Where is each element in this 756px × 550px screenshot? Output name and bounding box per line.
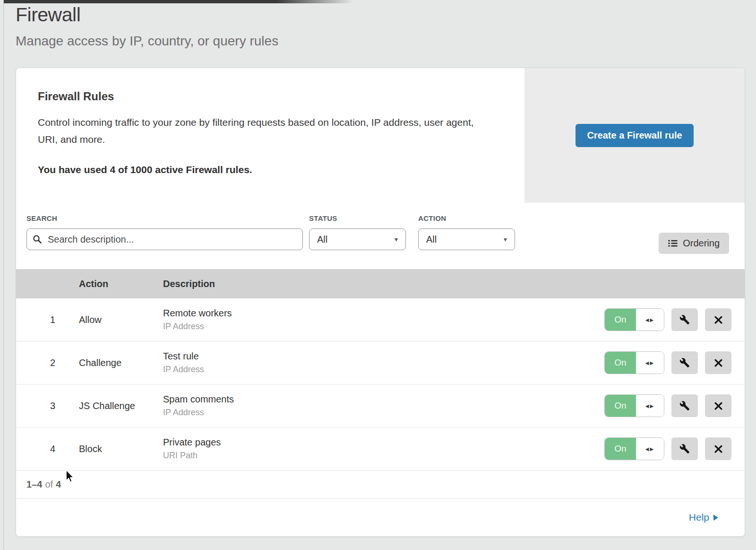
help-row: Help xyxy=(16,498,745,536)
rule-enabled-toggle[interactable]: On ◀▶ xyxy=(604,437,664,460)
table-row: 3 JS Challenge Spam comments IP Address … xyxy=(16,384,745,428)
status-label: STATUS xyxy=(309,214,406,222)
edit-rule-button[interactable] xyxy=(671,437,698,460)
action-select-value: All xyxy=(426,234,437,245)
edit-rule-button[interactable] xyxy=(671,394,698,417)
rule-priority: 1 xyxy=(26,314,79,325)
intro-section: Firewall Rules Control incoming traffic … xyxy=(16,68,745,203)
delete-rule-button[interactable] xyxy=(705,394,731,417)
toggle-handle: ◀▶ xyxy=(636,309,664,331)
page-title: Firewall xyxy=(16,4,278,26)
rule-controls: On ◀▶ xyxy=(604,308,731,331)
table-row: 4 Block Private pages URI Path On ◀▶ xyxy=(16,428,745,471)
rule-controls: On ◀▶ xyxy=(604,394,731,417)
rule-match-type: URI Path xyxy=(163,451,604,461)
action-label: ACTION xyxy=(418,214,515,222)
rule-description-cell: Test rule IP Address xyxy=(163,351,604,375)
rule-match-type: IP Address xyxy=(163,322,604,332)
status-group: STATUS All ▾ xyxy=(309,214,406,250)
rule-controls: On ◀▶ xyxy=(604,437,731,460)
action-select[interactable]: All ▾ xyxy=(418,228,515,250)
wrench-icon xyxy=(679,401,690,411)
close-icon xyxy=(714,316,722,324)
delete-rule-button[interactable] xyxy=(705,437,731,460)
search-group: SEARCH xyxy=(26,214,303,250)
rule-description-cell: Spam comments IP Address xyxy=(163,394,604,418)
toggle-on-label: On xyxy=(605,352,636,374)
pagination-total: 4 xyxy=(56,479,61,490)
table-row: 1 Allow Remote workers IP Address On ◀▶ xyxy=(16,298,745,341)
section-description: Control incoming traffic to your zone by… xyxy=(38,114,487,148)
page-header: Firewall Manage access by IP, country, o… xyxy=(16,4,278,49)
create-rule-panel: Create a Firewall rule xyxy=(524,68,745,203)
pagination-of: of xyxy=(45,479,53,490)
ordering-list-icon xyxy=(668,239,678,247)
chevron-down-icon: ▾ xyxy=(504,236,507,243)
wrench-icon xyxy=(679,314,690,325)
intro-text-panel: Firewall Rules Control incoming traffic … xyxy=(16,68,524,203)
toggle-arrows-icon: ◀▶ xyxy=(645,360,654,366)
rule-description-cell: Private pages URI Path xyxy=(163,437,604,461)
rule-priority: 2 xyxy=(26,358,79,368)
usage-summary: You have used 4 of 1000 active Firewall … xyxy=(38,164,496,175)
action-group: ACTION All ▾ xyxy=(418,214,515,250)
rule-controls: On ◀▶ xyxy=(604,351,731,374)
search-input[interactable] xyxy=(26,228,303,250)
column-header-action: Action xyxy=(79,279,163,289)
toggle-handle: ◀▶ xyxy=(636,395,664,417)
firewall-rules-card: Firewall Rules Control incoming traffic … xyxy=(16,68,745,537)
ordering-button-label: Ordering xyxy=(683,238,720,249)
toggle-on-label: On xyxy=(605,438,636,460)
help-link[interactable]: Help xyxy=(689,512,718,523)
table-row: 2 Challenge Test rule IP Address On ◀▶ xyxy=(16,341,745,384)
help-arrow-icon xyxy=(713,515,718,521)
filters-bar: SEARCH STATUS All ▾ ACTION All ▾ xyxy=(16,203,745,269)
rule-match-type: IP Address xyxy=(163,365,604,375)
pagination-range: 1–4 xyxy=(26,479,42,490)
create-firewall-rule-button[interactable]: Create a Firewall rule xyxy=(576,124,693,147)
toggle-arrows-icon: ◀▶ xyxy=(645,446,654,452)
search-icon xyxy=(33,235,42,244)
rule-description: Test rule xyxy=(163,351,604,362)
status-select-value: All xyxy=(317,234,327,245)
toggle-arrows-icon: ◀▶ xyxy=(645,317,654,323)
toggle-arrows-icon: ◀▶ xyxy=(645,403,654,409)
rule-action: Allow xyxy=(79,314,163,325)
rule-action: Block xyxy=(79,444,163,454)
toggle-on-label: On xyxy=(605,309,636,331)
rule-description-cell: Remote workers IP Address xyxy=(163,308,604,332)
ordering-button[interactable]: Ordering xyxy=(659,233,729,254)
delete-rule-button[interactable] xyxy=(705,351,731,374)
section-title: Firewall Rules xyxy=(38,90,496,103)
wrench-icon xyxy=(679,358,690,368)
window-left-edge xyxy=(3,0,4,550)
chevron-down-icon: ▾ xyxy=(395,236,398,243)
mouse-cursor xyxy=(65,470,74,482)
rule-action: JS Challenge xyxy=(79,401,163,411)
page-subtitle: Manage access by IP, country, or query r… xyxy=(16,34,278,49)
rule-enabled-toggle[interactable]: On ◀▶ xyxy=(604,394,664,417)
delete-rule-button[interactable] xyxy=(705,308,731,331)
rule-description: Remote workers xyxy=(163,308,604,319)
edit-rule-button[interactable] xyxy=(671,308,698,331)
window-top-edge xyxy=(4,0,353,3)
rule-action: Challenge xyxy=(79,358,163,368)
rule-enabled-toggle[interactable]: On ◀▶ xyxy=(604,351,664,374)
rule-priority: 4 xyxy=(26,444,79,454)
status-select[interactable]: All ▾ xyxy=(309,228,406,250)
toggle-handle: ◀▶ xyxy=(636,438,664,460)
column-header-description: Description xyxy=(163,279,731,289)
search-field-wrap xyxy=(26,228,303,250)
close-icon xyxy=(714,445,722,453)
close-icon xyxy=(714,359,722,367)
toggle-handle: ◀▶ xyxy=(636,352,664,374)
rule-description: Spam comments xyxy=(163,394,604,405)
close-icon xyxy=(714,402,722,410)
table-header: Action Description xyxy=(16,269,745,298)
toggle-on-label: On xyxy=(605,395,636,417)
help-link-label: Help xyxy=(689,512,709,523)
pagination: 1–4 of 4 xyxy=(16,471,745,498)
rule-enabled-toggle[interactable]: On ◀▶ xyxy=(604,308,664,331)
rule-match-type: IP Address xyxy=(163,408,604,418)
edit-rule-button[interactable] xyxy=(671,351,698,374)
